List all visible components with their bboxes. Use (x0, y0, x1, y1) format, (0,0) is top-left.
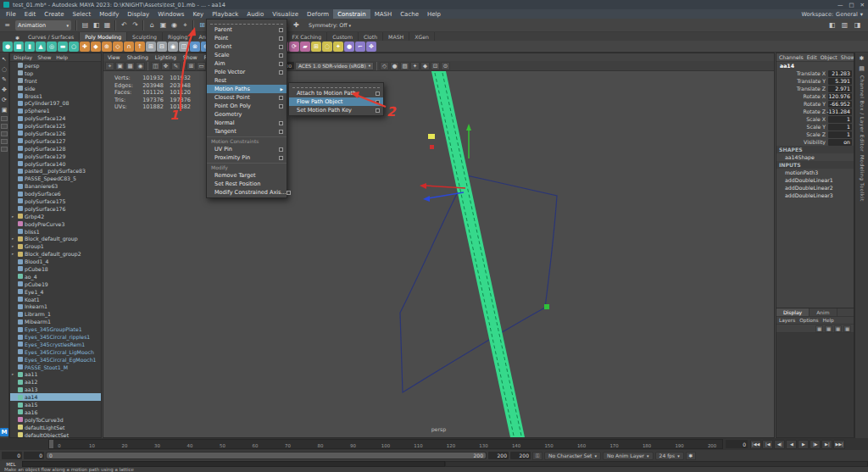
timeline-tick[interactable]: 160 (577, 443, 586, 448)
sidebar-attribute-editor-icon[interactable]: ◧ (826, 19, 837, 31)
edit-mesh-icon[interactable]: ✚ (80, 42, 90, 52)
multi-cut-icon[interactable]: ◆ (91, 42, 101, 52)
panel-list-icon[interactable]: ▤ (859, 65, 865, 72)
shelf-tab-xgen[interactable]: XGen (409, 32, 435, 41)
channel-box-menu-show[interactable]: Show (841, 54, 854, 60)
shelf-tab-poly-modeling[interactable]: Poly Modeling (80, 32, 127, 41)
cluster-icon[interactable]: ✦ (333, 42, 343, 52)
outliner-item-aa11[interactable]: ▸aa11 (10, 371, 101, 379)
attribute-value-field[interactable]: 1 (828, 131, 852, 138)
menu-item-uv-pin[interactable]: UV Pin (207, 145, 287, 153)
sidebar-tab-channel-box-layer-editor[interactable]: Channel Box / Layer Editor (860, 75, 865, 152)
outliner-item-polytocurve3d[interactable]: polyToCurve3d (10, 416, 101, 424)
outliner-item-block-default-group[interactable]: ▸Block_default_group (10, 235, 101, 242)
menubar-item-help[interactable]: Help (423, 9, 445, 19)
outliner-item-eyes-345circral-egmooch1[interactable]: Eyes_345Circral_EgMooch1 (10, 356, 101, 364)
workspace-selector[interactable]: Workspace: General ▾ (801, 11, 868, 18)
timeline-tick[interactable]: 60 (253, 443, 259, 448)
extrude-icon[interactable]: ↑ (135, 42, 145, 52)
outliner-item-bliss1[interactable]: bliss1 (10, 228, 101, 236)
step-forward-key-button[interactable]: |▶ (810, 440, 821, 449)
two-d-pan-zoom-icon[interactable]: ✥ (161, 62, 170, 70)
menubar-item-visualize[interactable]: Visualize (268, 9, 303, 19)
panel-gear-icon[interactable]: ✱ (860, 55, 865, 62)
outliner-item-bodysurface6[interactable]: bodySurface6 (10, 190, 101, 197)
menu-item-flow-path-object[interactable]: Flow Path Object (289, 97, 383, 106)
timeline-tick[interactable]: 170 (609, 443, 618, 448)
current-frame-field[interactable]: 0 (726, 440, 748, 448)
outliner-item-pcylinder197-08[interactable]: pCylinder197_08 (10, 99, 101, 107)
menubar-item-audio[interactable]: Audio (242, 9, 268, 19)
outliner-item-defaultlightset[interactable]: defaultLightSet (10, 424, 101, 431)
attribute-value-field[interactable]: 1 (828, 116, 852, 123)
skin-bind-icon[interactable]: ✥ (366, 42, 376, 52)
menu-item-set-rest-position[interactable]: Set Rest Position (207, 180, 287, 188)
save-scene-icon[interactable]: ▦ (102, 19, 113, 31)
new-layer-button[interactable]: ▦ (825, 325, 832, 332)
outliner-item-top[interactable]: top (10, 69, 101, 77)
play-forwards-button[interactable]: ▶ (798, 440, 809, 449)
timeline-tick[interactable]: 10 (89, 443, 95, 448)
boolean-union-icon[interactable]: ⊗ (190, 42, 200, 52)
viewport-menu-shading[interactable]: Shading (127, 54, 148, 60)
option-box-icon[interactable] (376, 108, 380, 113)
combine-icon[interactable]: ⊞ (146, 42, 156, 52)
menu-item-modify-constrained-axis[interactable]: Modify Constrained Axis... (207, 188, 287, 197)
channel-box-menu-edit[interactable]: Edit (807, 54, 817, 60)
flow-path-band[interactable] (431, 71, 525, 437)
go-to-end-button[interactable]: ▶▶| (833, 440, 844, 449)
new-layer-button[interactable]: ▦ (843, 325, 851, 332)
quick-layout-button[interactable] (1, 131, 8, 136)
outliner-item-polysurface129[interactable]: polySurface129 (10, 153, 101, 160)
outliner-item-ao-4[interactable]: ao_4 (10, 273, 101, 280)
manipulator-x-arrowhead[interactable] (420, 183, 426, 189)
outliner-item-librarm-1[interactable]: Librarm_1 (10, 310, 101, 318)
timeline-tick[interactable]: 140 (512, 443, 520, 448)
menu-item-remove-target[interactable]: Remove Target (207, 171, 287, 180)
grid-icon[interactable]: ⊞ (186, 62, 196, 70)
menu-item-parent[interactable]: Parent (207, 25, 287, 34)
outliner-item-block-default-group2[interactable]: ▸Block_default_group2 (10, 250, 101, 258)
menubar-item-key[interactable]: Key (188, 9, 208, 19)
menubar-item-playback[interactable]: Playback (208, 9, 242, 19)
option-box-icon[interactable] (279, 147, 283, 152)
lock-camera-icon[interactable]: ▣ (115, 62, 125, 70)
attribute-value-field[interactable]: -131.284 (828, 108, 852, 115)
move-tool-icon[interactable]: ✥ (1, 86, 8, 93)
select-mask-icon[interactable]: ⌖ (180, 19, 191, 31)
tear-off-handle[interactable] (210, 20, 283, 25)
outliner-item-polysurface127[interactable]: polySurface127 (10, 137, 101, 145)
menu-item-rest[interactable]: Rest (207, 76, 287, 85)
sidebar-channel-box-icon[interactable]: ◨ (852, 19, 863, 31)
menubar-item-deform[interactable]: Deform (303, 9, 333, 19)
option-box-icon[interactable] (279, 156, 283, 160)
layer-editor-menu-options[interactable]: Options (799, 318, 818, 323)
outliner-item-mibearm1[interactable]: Mibearm1 (10, 318, 101, 325)
option-box-icon[interactable] (376, 92, 380, 96)
expand-caret-icon[interactable]: ▸ (12, 372, 16, 376)
outliner-item-blood1-4[interactable]: Blood1_4 (10, 258, 101, 265)
menu-item-point[interactable]: Point (207, 34, 287, 42)
command-input[interactable] (22, 461, 445, 467)
manipulator-y-arrowhead[interactable] (466, 124, 471, 130)
lattice-icon[interactable]: ⊞ (311, 42, 321, 52)
outliner-item-bross1[interactable]: Bross1 (10, 92, 101, 100)
new-layer-button[interactable]: ▦ (834, 325, 842, 332)
smooth-icon[interactable]: ◉ (168, 42, 178, 52)
outliner-item-psphere1[interactable]: pSphere1 (10, 107, 101, 114)
redo-icon[interactable]: ↷ (130, 19, 141, 31)
menu-item-set-motion-path-key[interactable]: Set Motion Path Key (289, 106, 383, 114)
timeline-tick[interactable]: 190 (675, 443, 683, 448)
timeline-tick[interactable]: 20 (121, 443, 127, 448)
outliner-item-polysurface125[interactable]: polySurface125 (10, 122, 101, 130)
playback-start-field[interactable]: 0 (24, 452, 44, 459)
option-box-icon[interactable] (279, 62, 283, 66)
select-component-icon[interactable]: ◉ (169, 19, 180, 31)
wireframe-icon[interactable]: ◇ (380, 62, 389, 70)
menu-set-dropdown[interactable]: Animation ▾ (15, 20, 71, 31)
outliner-item-inkearn1[interactable]: Inkearn1 (10, 303, 101, 311)
layer-editor-tab-anim[interactable]: Anim (810, 308, 837, 316)
new-layer-button[interactable]: ▦ (815, 325, 823, 332)
outliner-item-passe-stoot1-m[interactable]: PASSE_Stoot1_M (10, 364, 101, 371)
shelf-tab-curves-surfaces[interactable]: Curves / Surfaces (23, 32, 80, 41)
